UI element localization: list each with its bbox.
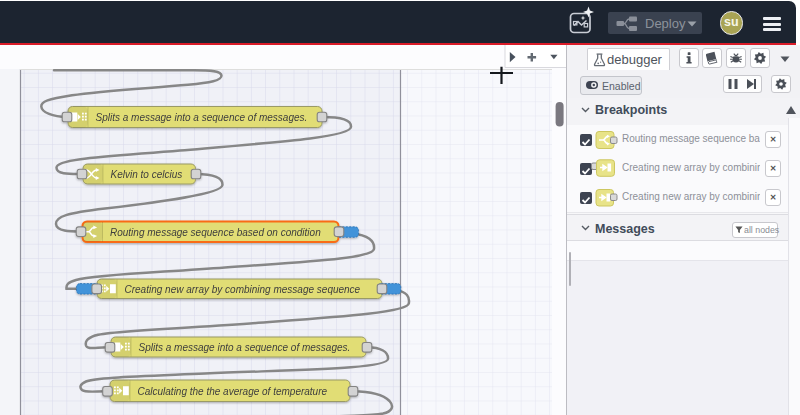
- svg-text:Splits a message into a sequen: Splits a message into a sequence of mess…: [139, 342, 351, 353]
- svg-text:Kelvin to celcius: Kelvin to celcius: [111, 169, 183, 180]
- svg-text:Routing message sequence based: Routing message sequence based on condit…: [110, 227, 321, 238]
- svg-text:Creating new array by combinin: Creating new array by combining message …: [125, 284, 361, 295]
- svg-text:Calculating the the average of: Calculating the the average of temperatu…: [138, 386, 328, 397]
- svg-text:Splits a message into a sequen: Splits a message into a sequence of mess…: [96, 112, 308, 123]
